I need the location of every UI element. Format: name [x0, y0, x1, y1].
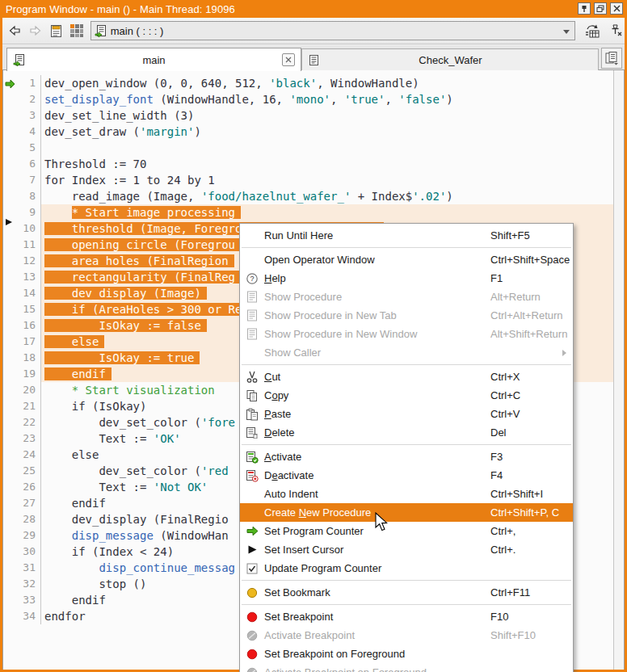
checkbox-checked-icon [240, 563, 264, 574]
float-window-button[interactable] [578, 2, 591, 15]
line-number[interactable]: 28 [3, 511, 41, 527]
tab-check-wafer[interactable]: Check_Wafer [301, 48, 599, 70]
menu-item-cut[interactable]: CutCtrl+X [240, 368, 573, 386]
tab-main[interactable]: main [6, 48, 301, 71]
line-number[interactable]: 30 [3, 544, 41, 560]
line-number[interactable]: 22 [3, 414, 41, 430]
line-number[interactable]: 23 [3, 430, 41, 447]
tab-list-button[interactable] [601, 48, 622, 69]
menu-item-copy[interactable]: CopyCtrl+C [240, 386, 573, 405]
line-number[interactable]: 8 [3, 188, 41, 204]
menu-item-shortcut: Ctrl+Shift+I [490, 488, 543, 500]
line-number[interactable]: 7 [3, 172, 41, 188]
code-text: set_display_font (WindowHandle, 16, 'mon… [41, 91, 614, 107]
operator-window-button[interactable] [47, 22, 65, 40]
line-number[interactable]: 14 [3, 285, 41, 301]
navigate-back-button[interactable] [6, 22, 23, 40]
vertical-scrollbar[interactable] [613, 70, 624, 670]
menu-item-shortcut: Alt+Return [490, 291, 541, 303]
menu-item-open-operator-window[interactable]: Open Operator WindowCtrl+Shift+Space [240, 250, 573, 269]
menu-item-label: Set Breakpoint on Foreground [264, 648, 405, 660]
menu-item-set-bookmark[interactable]: Set BookmarkCtrl+F11 [240, 583, 573, 602]
tab-close-button[interactable] [282, 53, 295, 66]
selected-code: rectangularity (FinalReg [44, 271, 241, 284]
procedure-doc-icon [308, 54, 320, 66]
menu-item-auto-indent[interactable]: Auto IndentCtrl+Shift+I [240, 485, 573, 503]
procedure-combobox[interactable]: main ( : : : ) [90, 21, 575, 40]
line-number[interactable]: 11 [3, 237, 41, 253]
menu-item-label: Help [264, 272, 286, 284]
close-icon [613, 5, 621, 12]
code-line[interactable]: 4dev_set_draw ('margin') [3, 124, 614, 140]
line-number[interactable]: 17 [3, 334, 41, 350]
line-number[interactable]: 4 [3, 124, 41, 140]
menu-item-update-program-counter[interactable]: Update Program Counter [240, 559, 573, 578]
restore-button[interactable] [594, 2, 607, 15]
line-number[interactable]: 26 [3, 479, 41, 495]
program-window: Program Window - main () - Main Thread: … [0, 0, 627, 672]
line-number[interactable]: 20 [3, 382, 41, 398]
breakpoint-gray-icon [240, 667, 264, 672]
menu-item-shortcut: Ctrl+V [490, 408, 520, 420]
line-number[interactable]: 5 [3, 140, 41, 156]
menu-item-label: Auto Indent [264, 488, 318, 500]
doc-icon [240, 291, 264, 303]
line-number[interactable]: 16 [3, 317, 41, 334]
menu-item-label: Show Procedure in New Tab [264, 309, 397, 321]
menu-item-deactivate[interactable]: DeactivateF4 [240, 466, 573, 485]
line-number[interactable]: 27 [3, 495, 41, 511]
menu-item-label: Set Insert Cursor [264, 544, 343, 556]
menu-item-shortcut: F10 [490, 611, 508, 623]
close-window-button[interactable] [610, 2, 623, 15]
line-number[interactable]: 13 [3, 269, 41, 285]
forward-arrow-icon [28, 23, 43, 38]
code-line[interactable]: 8 read_image (Image, 'food/hazelnut_wafe… [3, 188, 614, 204]
line-number[interactable]: 25 [3, 463, 41, 479]
line-number[interactable]: 19 [3, 366, 41, 382]
menu-item-set-program-counter[interactable]: Set Program CounterCtrl+, [240, 522, 573, 540]
tab-list-icon [604, 51, 619, 65]
title-bar[interactable]: Program Window - main () - Main Thread: … [0, 0, 627, 18]
code-line[interactable]: 9 * Start image processing [3, 204, 614, 220]
transfer-to-operator-window-button[interactable] [583, 22, 601, 40]
line-number[interactable]: 32 [3, 576, 41, 592]
line-number[interactable]: 29 [3, 527, 41, 544]
code-line[interactable]: 3dev_set_line_width (3) [3, 107, 614, 124]
copy-icon [240, 389, 264, 402]
back-arrow-icon [7, 23, 22, 38]
line-number[interactable]: 21 [3, 398, 41, 414]
line-number[interactable]: 34 [3, 608, 41, 624]
window-layout-button[interactable] [68, 22, 86, 40]
line-number[interactable]: 31 [3, 560, 41, 576]
menu-item-set-breakpoint-on-foreground[interactable]: Set Breakpoint on Foreground [240, 645, 573, 663]
pin-icon [580, 5, 588, 13]
menu-item-label: Open Operator Window [264, 254, 375, 266]
line-number[interactable]: 33 [3, 592, 41, 608]
menu-item-run-until-here[interactable]: Run Until HereShift+F5 [240, 226, 573, 245]
code-line[interactable]: 5 [3, 140, 614, 156]
chevron-down-icon[interactable] [563, 30, 570, 34]
menu-item-paste[interactable]: PasteCtrl+V [240, 405, 573, 423]
line-number[interactable]: 3 [3, 107, 41, 124]
line-number[interactable]: 2 [3, 91, 41, 107]
code-line[interactable]: 2set_display_font (WindowHandle, 16, 'mo… [3, 91, 614, 107]
line-number[interactable]: 24 [3, 447, 41, 463]
line-number[interactable]: 6 [3, 156, 41, 172]
line-number[interactable]: 18 [3, 350, 41, 366]
menu-item-set-insert-cursor[interactable]: Set Insert CursorCtrl+. [240, 540, 573, 559]
unpin-button[interactable] [607, 22, 625, 40]
program-script-icon [13, 53, 26, 66]
code-line[interactable]: 7for Index := 1 to 24 by 1 [3, 172, 614, 188]
menu-item-activate[interactable]: ActivateF3 [240, 447, 573, 466]
navigate-forward-button[interactable] [27, 22, 44, 40]
menu-item-create-new-procedure[interactable]: Create New ProcedureCtrl+Shift+P, C [240, 503, 573, 522]
insert-cursor-icon [5, 215, 13, 229]
menu-item-help[interactable]: ?HelpF1 [240, 269, 573, 288]
menu-item-label: Set Program Counter [264, 525, 364, 537]
code-line[interactable]: 6Threshold := 70 [3, 156, 614, 172]
code-line[interactable]: 1dev_open_window (0, 0, 640, 512, 'black… [3, 75, 614, 91]
line-number[interactable]: 12 [3, 253, 41, 269]
menu-item-set-breakpoint[interactable]: Set BreakpointF10 [240, 607, 573, 626]
line-number[interactable]: 15 [3, 301, 41, 317]
menu-item-delete[interactable]: DeleteDel [240, 423, 573, 442]
